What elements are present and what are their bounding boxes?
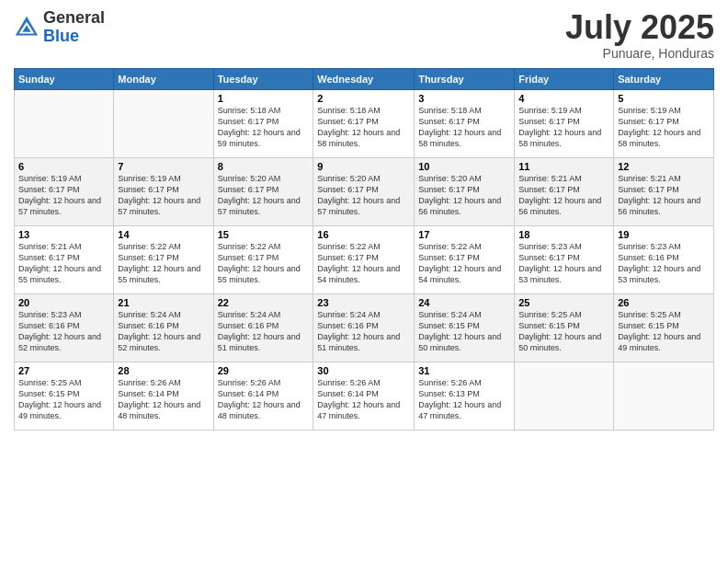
day-number: 1 (218, 93, 310, 104)
day-info: Sunrise: 5:22 AMSunset: 6:17 PMDaylight:… (118, 241, 209, 286)
week-row-0: 1Sunrise: 5:18 AMSunset: 6:17 PMDaylight… (15, 89, 714, 157)
day-cell: 23Sunrise: 5:24 AMSunset: 6:16 PMDayligh… (313, 293, 415, 362)
day-number: 30 (317, 365, 410, 376)
day-info: Sunrise: 5:24 AMSunset: 6:16 PMDaylight:… (317, 309, 410, 354)
day-cell: 11Sunrise: 5:21 AMSunset: 6:17 PMDayligh… (515, 157, 614, 225)
day-cell: 10Sunrise: 5:20 AMSunset: 6:17 PMDayligh… (415, 157, 515, 225)
day-info: Sunrise: 5:21 AMSunset: 6:17 PMDaylight:… (518, 173, 609, 218)
day-info: Sunrise: 5:22 AMSunset: 6:17 PMDaylight:… (218, 241, 310, 286)
logo-blue: Blue (43, 28, 105, 46)
day-number: 2 (317, 93, 410, 104)
day-cell: 20Sunrise: 5:23 AMSunset: 6:16 PMDayligh… (15, 293, 114, 362)
day-info: Sunrise: 5:25 AMSunset: 6:15 PMDaylight:… (618, 309, 710, 354)
header-wednesday: Wednesday (313, 68, 415, 89)
day-cell: 16Sunrise: 5:22 AMSunset: 6:17 PMDayligh… (313, 225, 415, 293)
day-number: 5 (618, 93, 710, 104)
day-cell: 31Sunrise: 5:26 AMSunset: 6:13 PMDayligh… (415, 362, 515, 430)
day-number: 13 (18, 229, 109, 240)
header-tuesday: Tuesday (213, 68, 313, 89)
day-info: Sunrise: 5:26 AMSunset: 6:14 PMDaylight:… (118, 377, 209, 422)
logo-general: General (43, 9, 105, 28)
calendar-table: SundayMondayTuesdayWednesdayThursdayFrid… (14, 68, 714, 431)
day-info: Sunrise: 5:19 AMSunset: 6:17 PMDaylight:… (118, 173, 209, 218)
day-cell: 25Sunrise: 5:25 AMSunset: 6:15 PMDayligh… (515, 293, 614, 362)
day-cell: 19Sunrise: 5:23 AMSunset: 6:16 PMDayligh… (614, 225, 714, 293)
day-cell: 4Sunrise: 5:19 AMSunset: 6:17 PMDaylight… (515, 89, 614, 157)
day-info: Sunrise: 5:25 AMSunset: 6:15 PMDaylight:… (518, 309, 609, 354)
day-cell: 29Sunrise: 5:26 AMSunset: 6:14 PMDayligh… (213, 362, 313, 430)
location: Punuare, Honduras (565, 46, 714, 61)
day-info: Sunrise: 5:23 AMSunset: 6:17 PMDaylight:… (518, 241, 609, 286)
day-number: 4 (518, 93, 609, 104)
day-info: Sunrise: 5:20 AMSunset: 6:17 PMDaylight:… (418, 173, 510, 218)
day-info: Sunrise: 5:19 AMSunset: 6:17 PMDaylight:… (18, 173, 109, 218)
day-number: 15 (218, 229, 310, 240)
day-info: Sunrise: 5:19 AMSunset: 6:17 PMDaylight:… (518, 105, 609, 150)
day-number: 9 (317, 161, 410, 172)
day-cell: 30Sunrise: 5:26 AMSunset: 6:14 PMDayligh… (313, 362, 415, 430)
day-number: 3 (418, 93, 510, 104)
day-number: 10 (418, 161, 510, 172)
day-info: Sunrise: 5:18 AMSunset: 6:17 PMDaylight:… (418, 105, 510, 150)
day-cell: 14Sunrise: 5:22 AMSunset: 6:17 PMDayligh… (114, 225, 213, 293)
day-cell: 24Sunrise: 5:24 AMSunset: 6:15 PMDayligh… (415, 293, 515, 362)
logo-text: General Blue (43, 9, 105, 46)
day-number: 7 (118, 161, 209, 172)
day-cell: 5Sunrise: 5:19 AMSunset: 6:17 PMDaylight… (614, 89, 714, 157)
header-monday: Monday (114, 68, 213, 89)
day-number: 17 (418, 229, 510, 240)
day-number: 14 (118, 229, 209, 240)
day-cell: 6Sunrise: 5:19 AMSunset: 6:17 PMDaylight… (15, 157, 114, 225)
day-cell: 9Sunrise: 5:20 AMSunset: 6:17 PMDaylight… (313, 157, 415, 225)
day-cell (614, 362, 714, 430)
title-block: July 2025 Punuare, Honduras (565, 9, 714, 61)
day-number: 12 (618, 161, 710, 172)
day-number: 26 (618, 297, 710, 308)
day-number: 21 (118, 297, 209, 308)
day-number: 6 (18, 161, 109, 172)
day-info: Sunrise: 5:22 AMSunset: 6:17 PMDaylight:… (317, 241, 410, 286)
day-cell (114, 89, 213, 157)
day-cell: 7Sunrise: 5:19 AMSunset: 6:17 PMDaylight… (114, 157, 213, 225)
day-info: Sunrise: 5:26 AMSunset: 6:14 PMDaylight:… (218, 377, 310, 422)
day-cell: 18Sunrise: 5:23 AMSunset: 6:17 PMDayligh… (515, 225, 614, 293)
header-thursday: Thursday (415, 68, 515, 89)
day-cell (15, 89, 114, 157)
day-cell: 15Sunrise: 5:22 AMSunset: 6:17 PMDayligh… (213, 225, 313, 293)
day-info: Sunrise: 5:20 AMSunset: 6:17 PMDaylight:… (218, 173, 310, 218)
day-cell: 26Sunrise: 5:25 AMSunset: 6:15 PMDayligh… (614, 293, 714, 362)
logo: General Blue (14, 9, 105, 46)
header-friday: Friday (515, 68, 614, 89)
day-info: Sunrise: 5:23 AMSunset: 6:16 PMDaylight:… (618, 241, 710, 286)
day-number: 23 (317, 297, 410, 308)
day-number: 19 (618, 229, 710, 240)
day-cell: 8Sunrise: 5:20 AMSunset: 6:17 PMDaylight… (213, 157, 313, 225)
day-info: Sunrise: 5:25 AMSunset: 6:15 PMDaylight:… (18, 377, 109, 422)
calendar-header-row: SundayMondayTuesdayWednesdayThursdayFrid… (15, 68, 714, 89)
day-info: Sunrise: 5:23 AMSunset: 6:16 PMDaylight:… (18, 309, 109, 354)
day-info: Sunrise: 5:22 AMSunset: 6:17 PMDaylight:… (418, 241, 510, 286)
day-cell: 17Sunrise: 5:22 AMSunset: 6:17 PMDayligh… (415, 225, 515, 293)
day-info: Sunrise: 5:18 AMSunset: 6:17 PMDaylight:… (218, 105, 310, 150)
day-info: Sunrise: 5:18 AMSunset: 6:17 PMDaylight:… (317, 105, 410, 150)
day-number: 18 (518, 229, 609, 240)
page-header: General Blue July 2025 Punuare, Honduras (14, 9, 714, 61)
day-cell: 12Sunrise: 5:21 AMSunset: 6:17 PMDayligh… (614, 157, 714, 225)
day-number: 8 (218, 161, 310, 172)
day-number: 22 (218, 297, 310, 308)
day-number: 27 (18, 365, 109, 376)
day-info: Sunrise: 5:26 AMSunset: 6:14 PMDaylight:… (317, 377, 410, 422)
week-row-2: 13Sunrise: 5:21 AMSunset: 6:17 PMDayligh… (15, 225, 714, 293)
day-cell: 13Sunrise: 5:21 AMSunset: 6:17 PMDayligh… (15, 225, 114, 293)
logo-icon (14, 15, 40, 40)
day-info: Sunrise: 5:21 AMSunset: 6:17 PMDaylight:… (18, 241, 109, 286)
day-cell: 21Sunrise: 5:24 AMSunset: 6:16 PMDayligh… (114, 293, 213, 362)
day-info: Sunrise: 5:26 AMSunset: 6:13 PMDaylight:… (418, 377, 510, 422)
header-saturday: Saturday (614, 68, 714, 89)
day-cell: 22Sunrise: 5:24 AMSunset: 6:16 PMDayligh… (213, 293, 313, 362)
day-cell: 3Sunrise: 5:18 AMSunset: 6:17 PMDaylight… (415, 89, 515, 157)
day-number: 20 (18, 297, 109, 308)
day-info: Sunrise: 5:24 AMSunset: 6:16 PMDaylight:… (118, 309, 209, 354)
month-title: July 2025 (565, 9, 714, 46)
day-cell (515, 362, 614, 430)
